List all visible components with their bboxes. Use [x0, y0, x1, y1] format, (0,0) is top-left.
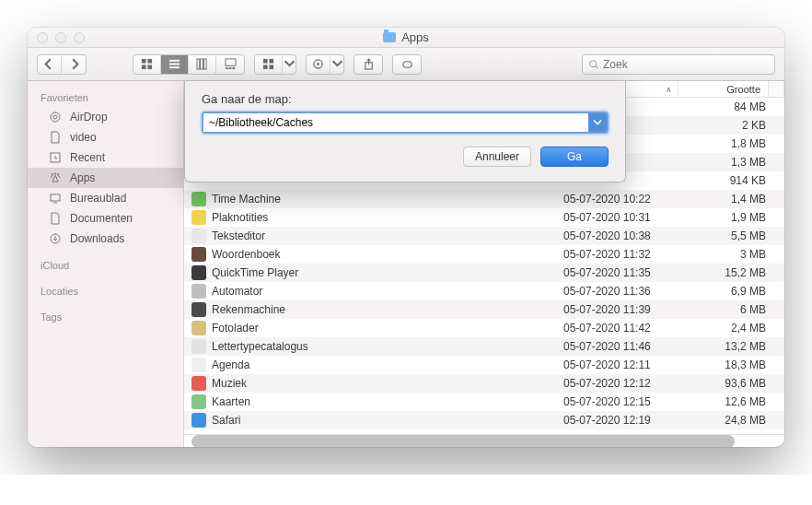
file-date: 05-07-2020 10:22 [556, 193, 694, 206]
cancel-button[interactable]: Annuleer [463, 147, 531, 167]
file-size: 15,2 MB [694, 266, 773, 279]
app-icon [191, 192, 206, 206]
app-icon [191, 284, 206, 299]
file-date: 05-07-2020 11:35 [556, 266, 694, 279]
view-columns[interactable] [189, 55, 216, 74]
file-name: Lettertypecatalogus [212, 340, 308, 353]
app-icon [191, 229, 206, 243]
file-size: 93,6 MB [694, 377, 773, 390]
back-button[interactable] [38, 55, 62, 74]
desktop-icon [48, 191, 63, 206]
app-icon [191, 339, 206, 354]
file-date: 05-07-2020 10:38 [556, 229, 694, 242]
table-row[interactable]: Rekenmachine05-07-2020 11:396 MB [184, 300, 784, 319]
svg-point-26 [52, 173, 53, 175]
app-icon [191, 302, 206, 317]
view-list[interactable] [161, 55, 189, 74]
sheet-path-combo[interactable] [202, 112, 609, 134]
file-name: Rekenmachine [212, 303, 285, 316]
sidebar-item-apps[interactable]: Apps [28, 168, 183, 188]
file-size: 1,4 MB [694, 193, 773, 206]
file-date: 05-07-2020 11:42 [556, 322, 694, 335]
file-name: Teksteditor [212, 229, 265, 242]
table-row[interactable]: Muziek05-07-2020 12:1293,6 MB [184, 374, 784, 393]
apps-icon [48, 170, 63, 185]
file-size: 2 KB [694, 119, 773, 132]
file-name: Kaarten [212, 395, 250, 408]
forward-button[interactable] [62, 55, 86, 74]
sidebar-item-label: video [70, 131, 97, 144]
search-field[interactable] [603, 58, 769, 71]
sidebar-section-locations: Locaties [28, 282, 183, 300]
file-name: Automator [212, 285, 262, 298]
file-size: 12,6 MB [694, 395, 773, 408]
sidebar-item-airdrop[interactable]: AirDrop [28, 107, 183, 127]
sidebar-item-desktop[interactable]: Bureaublad [28, 188, 183, 208]
file-size: 2,4 MB [694, 322, 773, 335]
nav-back-forward [37, 54, 87, 75]
column-size[interactable]: Grootte [679, 81, 769, 97]
file-size: 3 MB [694, 248, 773, 261]
svg-point-27 [57, 173, 59, 175]
file-date: 05-07-2020 12:11 [556, 358, 694, 371]
share-button[interactable] [354, 54, 383, 75]
file-size: 1,8 MB [694, 137, 773, 150]
svg-rect-12 [228, 67, 231, 69]
table-row[interactable]: Woordenboek05-07-2020 11:323 MB [184, 245, 784, 264]
file-name: Fotolader [212, 322, 259, 335]
airdrop-icon [48, 110, 63, 124]
sidebar-item-downloads[interactable]: Downloads [28, 229, 183, 249]
view-icons[interactable] [133, 55, 161, 74]
finder-window: Apps [28, 28, 784, 447]
sidebar-section-tags: Tags [28, 308, 183, 326]
go-button[interactable]: Ga [540, 147, 609, 167]
svg-rect-2 [142, 65, 146, 69]
titlebar[interactable]: Apps [28, 28, 784, 48]
table-row[interactable]: QuickTime Player05-07-2020 11:3515,2 MB [184, 264, 784, 282]
document-icon [48, 130, 63, 145]
search-input[interactable] [582, 54, 775, 75]
file-date: 05-07-2020 11:46 [556, 340, 694, 353]
table-row[interactable]: Lettertypecatalogus05-07-2020 11:4613,2 … [184, 337, 784, 356]
svg-rect-9 [203, 59, 206, 69]
file-size: 6 MB [694, 303, 773, 316]
svg-rect-15 [269, 59, 273, 64]
download-icon [48, 231, 63, 246]
sidebar-item-video[interactable]: video [28, 127, 183, 147]
table-row[interactable]: Agenda05-07-2020 12:1118,3 MB [184, 356, 784, 374]
sidebar-item-documents[interactable]: Documenten [28, 208, 183, 229]
arrange-button[interactable] [254, 54, 296, 75]
sidebar-item-recent[interactable]: Recent [28, 147, 183, 168]
file-date: 05-07-2020 12:19 [556, 414, 694, 427]
sheet-label: Ga naar de map: [202, 92, 609, 106]
horizontal-scrollbar[interactable] [184, 434, 784, 447]
table-row[interactable]: Kaarten05-07-2020 12:1512,6 MB [184, 393, 784, 411]
svg-rect-3 [147, 65, 152, 69]
svg-rect-11 [225, 67, 227, 69]
view-gallery[interactable] [216, 55, 244, 74]
table-row[interactable]: Fotolader05-07-2020 11:422,4 MB [184, 319, 784, 337]
sidebar-item-label: Bureaublad [70, 192, 126, 205]
table-row[interactable]: Time Machine05-07-2020 10:221,4 MB [184, 190, 784, 208]
file-date: 05-07-2020 10:31 [556, 211, 694, 224]
app-icon [191, 247, 206, 262]
svg-point-28 [54, 173, 56, 175]
svg-rect-8 [201, 59, 203, 69]
file-size: 84 MB [694, 100, 773, 113]
folder-icon [383, 32, 396, 42]
file-size: 18,3 MB [694, 358, 773, 371]
table-row[interactable]: Automator05-07-2020 11:366,9 MB [184, 282, 784, 300]
combo-chevron-icon[interactable] [588, 113, 607, 132]
sheet-path-input[interactable] [203, 113, 588, 132]
file-size: 914 KB [694, 174, 773, 187]
table-row[interactable]: Teksteditor05-07-2020 10:385,5 MB [184, 227, 784, 245]
sidebar-item-label: Recent [70, 151, 105, 164]
sidebar-item-label: Downloads [70, 232, 124, 245]
table-row[interactable]: Safari05-07-2020 12:1924,8 MB [184, 411, 784, 429]
action-button[interactable] [306, 54, 344, 75]
tags-button[interactable] [392, 54, 422, 75]
svg-rect-1 [147, 59, 152, 64]
table-row[interactable]: Plaknotities05-07-2020 10:311,9 MB [184, 208, 784, 227]
svg-rect-7 [197, 59, 200, 69]
sidebar-section-favorites: Favorieten [28, 88, 183, 107]
